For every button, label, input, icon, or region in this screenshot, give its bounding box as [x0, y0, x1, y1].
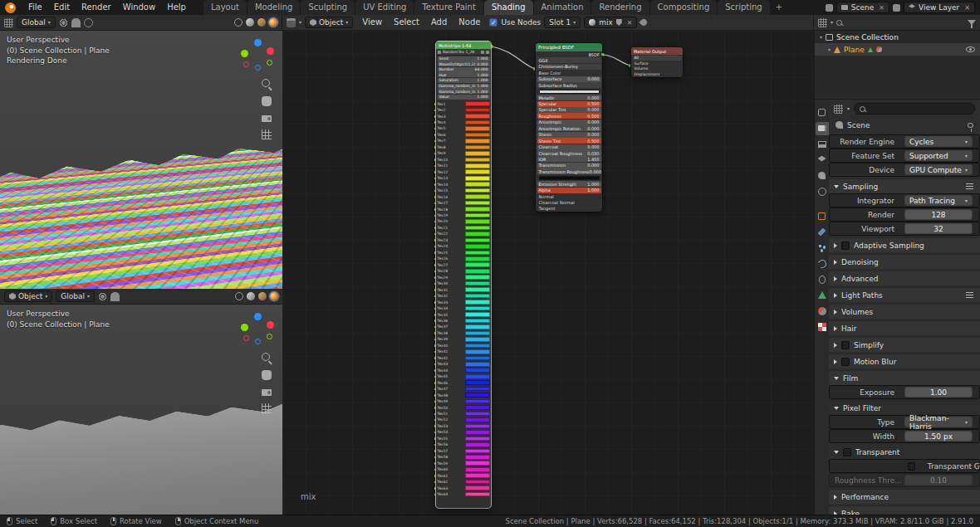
- navigation-gizmo[interactable]: [241, 313, 274, 346]
- workspace-tab[interactable]: UV Editing: [355, 0, 414, 15]
- properties-row[interactable]: ✓ Render 128 ▾: [829, 207, 980, 222]
- properties-row[interactable]: ✓ Denoising ▾: [829, 254, 980, 269]
- workspace-tab[interactable]: Compositing: [650, 0, 718, 15]
- unlink-icon[interactable]: [486, 51, 489, 54]
- panel-menu-icon[interactable]: [966, 292, 973, 298]
- properties-row[interactable]: ✓ Pixel Filter ▾: [829, 401, 980, 415]
- properties-row[interactable]: ✓ Motion Blur ▾: [829, 354, 980, 368]
- tex-slot-row[interactable]: Tex47: [438, 386, 490, 392]
- tex-slot-row[interactable]: Tex21: [438, 225, 490, 231]
- disclosure-icon[interactable]: ▾: [828, 46, 831, 52]
- node-input-row[interactable]: Tangent: [537, 206, 601, 212]
- tex-slot-row[interactable]: Tex24: [438, 243, 490, 249]
- properties-row[interactable]: ✓ Bake ▾: [829, 505, 980, 515]
- node-input-row[interactable]: Roughness 0.500: [537, 113, 601, 119]
- color-swatch[interactable]: [465, 294, 490, 299]
- tex-slot-row[interactable]: Tex58: [438, 454, 490, 460]
- color-swatch[interactable]: [465, 424, 490, 429]
- color-swatch[interactable]: [465, 486, 490, 490]
- node-input-row[interactable]: Specular Tint 0.000: [537, 107, 601, 113]
- color-swatch[interactable]: [465, 275, 490, 280]
- properties-row[interactable]: ✓ Adaptive Sampling ▾: [829, 237, 980, 252]
- outliner-display-mode-icon[interactable]: [818, 18, 827, 27]
- axis-y-icon[interactable]: [241, 324, 248, 331]
- zoom-icon[interactable]: [262, 353, 272, 363]
- shading-material-icon[interactable]: [258, 292, 267, 300]
- color-swatch[interactable]: [465, 442, 490, 447]
- node-input-row[interactable]: Anisotropic Rotation 0.000: [537, 125, 601, 131]
- unlink-material-icon[interactable]: ✕: [627, 19, 633, 27]
- modifier-properties-tab[interactable]: [816, 226, 829, 239]
- row-field[interactable]: 0.10 ▾: [904, 475, 973, 486]
- tex-slot-row[interactable]: Tex40: [438, 343, 490, 349]
- view-layer-properties-tab[interactable]: [816, 154, 829, 167]
- tex-slot-row[interactable]: Tex63: [438, 485, 490, 490]
- color-swatch[interactable]: [465, 256, 490, 261]
- tex-slot-row[interactable]: Tex41: [438, 349, 490, 354]
- editor-type-icon[interactable]: [834, 105, 843, 114]
- object-properties-tab[interactable]: [816, 210, 829, 223]
- row-field[interactable]: 32 ▾: [904, 223, 973, 234]
- color-swatch[interactable]: [465, 368, 490, 373]
- color-swatch[interactable]: [465, 281, 490, 286]
- node-param-field[interactable]: Gamma_random_in 1.000: [438, 84, 490, 89]
- tex-slot-row[interactable]: Tex5: [438, 125, 490, 131]
- node-principled-bsdf[interactable]: Principled BSDF BSDF GGX Christensen-Bur…: [536, 43, 602, 212]
- color-swatch[interactable]: [465, 473, 490, 478]
- tex-slot-row[interactable]: Tex17: [438, 200, 490, 206]
- node-param-field[interactable]: Number 64.000: [438, 67, 490, 72]
- disclosure-icon[interactable]: ▾: [820, 34, 822, 40]
- row-field[interactable]: 128 ▾: [904, 209, 973, 220]
- fake-user-icon[interactable]: [481, 51, 484, 54]
- ortho-grid-icon[interactable]: [262, 129, 272, 139]
- color-swatch[interactable]: [465, 412, 490, 417]
- tex-slot-row[interactable]: Tex11: [438, 163, 490, 168]
- mode-dropdown[interactable]: Object ▾: [4, 290, 52, 302]
- tex-slot-row[interactable]: Tex35: [438, 311, 490, 317]
- node-param-field[interactable]: Value 1.000: [438, 95, 490, 100]
- color-swatch[interactable]: [539, 176, 600, 180]
- axis-x-icon[interactable]: [267, 321, 274, 329]
- checkbox-icon[interactable]: ✓: [843, 448, 851, 456]
- color-swatch[interactable]: [465, 374, 490, 379]
- tex-slot-row[interactable]: Tex52: [438, 417, 490, 422]
- color-swatch[interactable]: [465, 349, 490, 354]
- tex-slot-row[interactable]: Tex57: [438, 448, 490, 454]
- color-swatch[interactable]: [465, 133, 490, 138]
- color-swatch[interactable]: [465, 207, 490, 212]
- tex-slot-row[interactable]: Tex15: [438, 188, 490, 193]
- node-input-row[interactable]: Sheen Tint 0.500: [537, 138, 601, 144]
- color-swatch[interactable]: [465, 393, 490, 398]
- object-data-properties-tab[interactable]: [816, 289, 829, 302]
- node-input-row[interactable]: Subsurface Radius: [537, 82, 601, 88]
- shading-rendered-icon[interactable]: [270, 292, 278, 300]
- shading-solid-icon[interactable]: [247, 292, 255, 300]
- shading-wireframe-icon[interactable]: [234, 18, 243, 27]
- world-properties-tab[interactable]: [816, 185, 829, 198]
- color-swatch[interactable]: [465, 262, 490, 267]
- node-header[interactable]: Principled BSDF: [536, 43, 602, 51]
- properties-row[interactable]: ✓ Light Paths ▾: [829, 287, 980, 302]
- scene-properties-tab[interactable]: [816, 169, 829, 183]
- row-field[interactable]: Path Tracing ▾: [904, 195, 973, 206]
- tex-slot-row[interactable]: Tex30: [438, 281, 490, 286]
- menubar-item[interactable]: Window: [117, 0, 161, 15]
- tex-slot-row[interactable]: Tex6: [438, 132, 490, 138]
- properties-row[interactable]: ✓ Device GPU Compute ▾: [829, 163, 980, 177]
- color-swatch[interactable]: [465, 126, 490, 131]
- properties-row[interactable]: ✓ Feature Set Supported ▾: [829, 149, 980, 163]
- color-swatch[interactable]: [465, 467, 490, 472]
- slot-dropdown[interactable]: Slot 1 ▾: [544, 17, 581, 28]
- color-swatch[interactable]: [539, 90, 600, 94]
- workspace-tab[interactable]: Modeling: [247, 0, 301, 15]
- proportional-editing-icon[interactable]: [84, 18, 93, 27]
- menubar-item[interactable]: Help: [161, 0, 192, 15]
- node-header[interactable]: Multistripe 1-64: [436, 41, 491, 49]
- node-input-row[interactable]: Displacement: [633, 71, 682, 76]
- properties-row[interactable]: ✓ Integrator Path Tracing ▾: [829, 193, 980, 207]
- tex-slot-row[interactable]: Tex13: [438, 175, 490, 181]
- color-swatch[interactable]: [465, 114, 490, 119]
- tex-slot-row[interactable]: Tex20: [438, 218, 490, 224]
- tex-slot-row[interactable]: Tex46: [438, 379, 490, 385]
- material-selector[interactable]: mix ✕: [584, 17, 637, 28]
